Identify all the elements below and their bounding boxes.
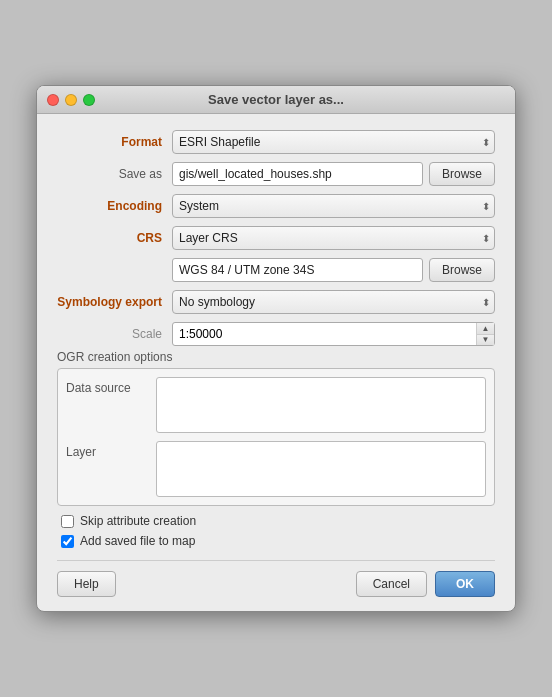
format-label: Format <box>57 135 172 149</box>
window-title: Save vector layer as... <box>208 92 344 107</box>
crs-input[interactable] <box>172 258 423 282</box>
encoding-select[interactable]: System UTF-8 Latin1 <box>172 194 495 218</box>
ogr-section: OGR creation options Data source Layer <box>57 350 495 506</box>
format-select-wrapper: ESRI Shapefile GeoJSON KML CSV GeoPackag… <box>172 130 495 154</box>
skip-attribute-label[interactable]: Skip attribute creation <box>80 514 196 528</box>
encoding-select-wrapper: System UTF-8 Latin1 ⬍ <box>172 194 495 218</box>
scale-spinner-wrap: ▲ ▼ <box>172 322 495 346</box>
saveas-input[interactable] <box>172 162 423 186</box>
ogr-panel: Data source Layer <box>57 368 495 506</box>
ok-button[interactable]: OK <box>435 571 495 597</box>
skip-attribute-row: Skip attribute creation <box>57 514 495 528</box>
crs-layer-select[interactable]: Layer CRS Project CRS Selected CRS <box>172 226 495 250</box>
maximize-button[interactable] <box>83 94 95 106</box>
encoding-label: Encoding <box>57 199 172 213</box>
saveas-browse-button[interactable]: Browse <box>429 162 495 186</box>
right-buttons: Cancel OK <box>356 571 495 597</box>
crs-layer-control: Layer CRS Project CRS Selected CRS ⬍ <box>172 226 495 250</box>
data-source-label: Data source <box>66 377 156 395</box>
scale-down-button[interactable]: ▼ <box>477 335 494 346</box>
format-select[interactable]: ESRI Shapefile GeoJSON KML CSV GeoPackag… <box>172 130 495 154</box>
scale-label: Scale <box>57 327 172 341</box>
minimize-button[interactable] <box>65 94 77 106</box>
add-to-map-row: Add saved file to map <box>57 534 495 548</box>
ogr-section-label: OGR creation options <box>57 350 495 364</box>
crs-layer-select-wrapper: Layer CRS Project CRS Selected CRS ⬍ <box>172 226 495 250</box>
format-row: Format ESRI Shapefile GeoJSON KML CSV Ge… <box>57 130 495 154</box>
scale-control: ▲ ▼ <box>172 322 495 346</box>
titlebar: Save vector layer as... <box>37 86 515 114</box>
close-button[interactable] <box>47 94 59 106</box>
layer-label: Layer <box>66 441 156 459</box>
encoding-row: Encoding System UTF-8 Latin1 ⬍ <box>57 194 495 218</box>
crs-value-row: Browse <box>57 258 495 282</box>
data-source-textarea[interactable] <box>156 377 486 433</box>
crs-value-control: Browse <box>172 258 495 282</box>
layer-row: Layer <box>66 441 486 497</box>
scale-input[interactable] <box>172 322 495 346</box>
scale-row: Scale ▲ ▼ <box>57 322 495 346</box>
symbology-control: No symbology Feature symbology Symbol la… <box>172 290 495 314</box>
crs-layer-row: CRS Layer CRS Project CRS Selected CRS ⬍ <box>57 226 495 250</box>
format-control: ESRI Shapefile GeoJSON KML CSV GeoPackag… <box>172 130 495 154</box>
button-bar: Help Cancel OK <box>57 560 495 597</box>
dialog-window: Save vector layer as... Format ESRI Shap… <box>36 85 516 612</box>
traffic-lights <box>47 94 95 106</box>
saveas-control: Browse <box>172 162 495 186</box>
symbology-label: Symbology export <box>57 295 172 309</box>
dialog-content: Format ESRI Shapefile GeoJSON KML CSV Ge… <box>37 114 515 611</box>
cancel-button[interactable]: Cancel <box>356 571 427 597</box>
saveas-label: Save as <box>57 167 172 181</box>
layer-textarea[interactable] <box>156 441 486 497</box>
scale-up-button[interactable]: ▲ <box>477 323 494 335</box>
add-to-map-label[interactable]: Add saved file to map <box>80 534 195 548</box>
data-source-row: Data source <box>66 377 486 433</box>
symbology-select-wrapper: No symbology Feature symbology Symbol la… <box>172 290 495 314</box>
scale-spinner-buttons: ▲ ▼ <box>476 323 494 345</box>
crs-browse-button[interactable]: Browse <box>429 258 495 282</box>
symbology-row: Symbology export No symbology Feature sy… <box>57 290 495 314</box>
add-to-map-checkbox[interactable] <box>61 535 74 548</box>
help-button[interactable]: Help <box>57 571 116 597</box>
encoding-control: System UTF-8 Latin1 ⬍ <box>172 194 495 218</box>
saveas-row: Save as Browse <box>57 162 495 186</box>
crs-label: CRS <box>57 231 172 245</box>
symbology-select[interactable]: No symbology Feature symbology Symbol la… <box>172 290 495 314</box>
skip-attribute-checkbox[interactable] <box>61 515 74 528</box>
